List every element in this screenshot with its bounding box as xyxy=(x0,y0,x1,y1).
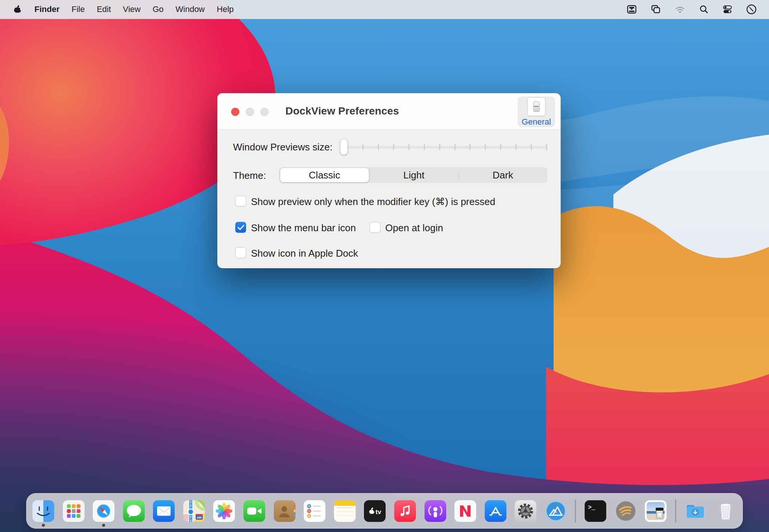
dock-item-launchpad[interactable] xyxy=(63,500,85,522)
slider-tick xyxy=(485,144,486,150)
slider-tick xyxy=(408,144,410,150)
zoom-button[interactable] xyxy=(260,108,269,116)
dock-item-notes[interactable] xyxy=(334,500,356,522)
dock-divider xyxy=(675,499,676,523)
slider-tick xyxy=(454,144,456,150)
dock-item-terminal[interactable]: >_ xyxy=(585,500,606,522)
close-button[interactable] xyxy=(231,108,239,116)
dock-item-music[interactable] xyxy=(394,500,416,522)
dockview-menubar-icon[interactable] xyxy=(622,0,641,19)
slider-tick xyxy=(362,144,364,150)
dock-item-system-preferences[interactable] xyxy=(515,500,536,522)
slider-tick xyxy=(531,144,532,150)
open-at-login-checkbox[interactable] xyxy=(370,222,380,233)
windows-icon[interactable] xyxy=(646,0,665,19)
dock-divider xyxy=(575,499,576,523)
apple-logo-icon[interactable] xyxy=(11,4,28,14)
minimize-button[interactable] xyxy=(246,108,254,116)
toolbar-tab-general[interactable]: General xyxy=(518,97,555,127)
show-menu-bar-icon-checkbox[interactable] xyxy=(235,222,246,233)
spotlight-search-icon[interactable] xyxy=(695,0,713,19)
dock-item-spotify[interactable] xyxy=(615,500,637,522)
dock-item-maps[interactable]: 280 xyxy=(183,500,205,522)
previews-size-slider-thumb[interactable] xyxy=(340,139,347,155)
theme-segment-classic[interactable]: Classic xyxy=(280,168,369,182)
slider-tick xyxy=(515,144,517,150)
dock-item-podcasts[interactable] xyxy=(425,500,446,522)
svg-text:>_: >_ xyxy=(588,504,595,511)
toolbar-tab-general-label: General xyxy=(522,117,551,127)
dock-item-mail[interactable] xyxy=(153,500,175,522)
theme-segmented-control: ClassicLightDark xyxy=(279,167,547,183)
show-menu-bar-icon-label: Show the menu bar icon xyxy=(251,222,356,234)
dock-item-reminders[interactable] xyxy=(304,500,325,522)
slider-tick xyxy=(424,144,425,150)
dock-item-contacts[interactable] xyxy=(274,500,295,522)
dock-item-photos[interactable] xyxy=(213,500,235,522)
dock-item-trash[interactable] xyxy=(715,500,736,522)
window-previews-size-label: Window Previews size: xyxy=(233,141,333,153)
slider-tick xyxy=(469,144,471,150)
menubar-item-view[interactable]: View xyxy=(117,0,147,19)
slider-tick xyxy=(439,144,440,150)
menubar-item-help[interactable]: Help xyxy=(211,0,240,19)
dock-item-appstore[interactable] xyxy=(485,500,506,522)
clock-icon[interactable] xyxy=(742,0,761,19)
slider-tick xyxy=(546,144,547,150)
control-center-icon[interactable] xyxy=(718,0,737,19)
menubar-item-edit[interactable]: Edit xyxy=(91,0,117,19)
theme-segment-light[interactable]: Light xyxy=(370,167,458,183)
window-titlebar: DockView Preferences General xyxy=(217,93,561,129)
menu-bar: FinderFileEditViewGoWindowHelp xyxy=(0,0,769,19)
dock-item-facetime[interactable] xyxy=(243,500,265,522)
menubar-item-finder[interactable]: Finder xyxy=(28,0,65,19)
show-icon-in-dock-label: Show icon in Apple Dock xyxy=(251,248,358,259)
dock-item-downloads[interactable] xyxy=(684,500,706,522)
slider-tick xyxy=(393,144,394,150)
menubar-item-go[interactable]: Go xyxy=(147,0,169,19)
svg-text:280: 280 xyxy=(197,516,202,519)
theme-label: Theme: xyxy=(233,170,266,181)
dock-item-news[interactable] xyxy=(454,500,476,522)
dock-item-appletv[interactable]: tv xyxy=(364,500,386,522)
show-icon-in-dock-checkbox[interactable] xyxy=(235,247,246,258)
wifi-icon[interactable] xyxy=(670,0,690,19)
show-preview-modifier-label: Show preview only when the modifier key … xyxy=(251,196,495,208)
dock-item-finder[interactable] xyxy=(33,500,54,522)
dock: 280tv>_ xyxy=(26,493,743,529)
window-controls xyxy=(231,108,269,116)
menubar-item-window[interactable]: Window xyxy=(169,0,211,19)
window-title: DockView Preferences xyxy=(285,93,399,129)
slider-tick xyxy=(500,144,501,150)
dock-item-safari[interactable] xyxy=(93,500,114,522)
dock-item-messages[interactable] xyxy=(123,500,145,522)
menubar-item-file[interactable]: File xyxy=(65,0,91,19)
theme-segment-dark[interactable]: Dark xyxy=(459,167,547,183)
open-at-login-label: Open at login xyxy=(385,222,443,234)
svg-text:tv: tv xyxy=(376,508,382,516)
slider-tick xyxy=(378,144,379,150)
dock-item-preview[interactable] xyxy=(645,500,667,522)
previews-size-slider-ticks xyxy=(341,144,547,150)
dock-item-dockview[interactable] xyxy=(545,500,567,522)
dockview-preferences-window: DockView Preferences General Window Prev… xyxy=(217,93,561,268)
running-indicator xyxy=(42,524,45,527)
show-preview-modifier-checkbox[interactable] xyxy=(235,196,246,207)
running-indicator xyxy=(102,524,105,527)
light-switch-icon xyxy=(527,97,545,116)
